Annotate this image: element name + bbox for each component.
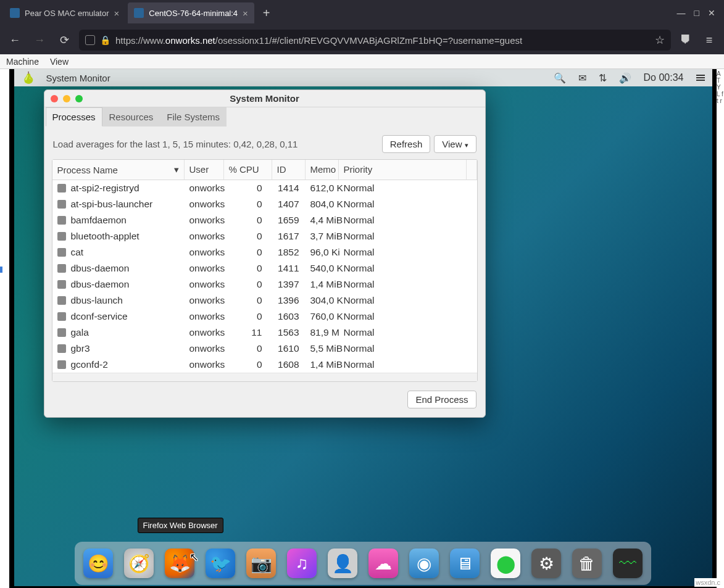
menu-view[interactable]: View bbox=[50, 57, 69, 67]
cell-cpu: 11 bbox=[224, 325, 272, 341]
lock-icon[interactable]: 🔒 bbox=[100, 35, 110, 45]
table-row[interactable]: bluetooth-appletonworks016173,7 MiBNorma… bbox=[52, 228, 477, 244]
pear-logo-icon[interactable]: 🍐 bbox=[22, 71, 35, 85]
col-id[interactable]: ID bbox=[272, 160, 306, 180]
process-icon bbox=[57, 296, 66, 305]
cell-user: onworks bbox=[185, 276, 224, 292]
refresh-button[interactable]: Refresh bbox=[382, 135, 431, 153]
new-tab-button[interactable]: + bbox=[257, 4, 277, 23]
dock-thunderbird[interactable]: 🐦 bbox=[206, 549, 235, 578]
table-row[interactable]: catonworks0185296,0 KiNormal bbox=[52, 244, 477, 260]
tab-strip: Pear OS MAC emulator × CentOS-76-64-mini… bbox=[0, 0, 724, 26]
forward-button[interactable]: → bbox=[30, 30, 49, 50]
cell-cpu: 0 bbox=[224, 244, 272, 260]
cell-cpu: 0 bbox=[224, 260, 272, 276]
cell-memory: 81,9 M bbox=[306, 325, 339, 341]
table-row[interactable]: galaonworks11156381,9 MNormal bbox=[52, 325, 477, 341]
tab-filesystems[interactable]: File Systems bbox=[160, 107, 227, 126]
sort-chevron-icon: ▾ bbox=[174, 164, 179, 175]
cell-memory: 96,0 Ki bbox=[306, 244, 339, 260]
process-name: gconfd-2 bbox=[71, 359, 108, 370]
menu-machine[interactable]: Machine bbox=[6, 57, 39, 67]
minimize-button[interactable]: — bbox=[677, 8, 686, 18]
view-dropdown[interactable]: View▾ bbox=[434, 135, 476, 153]
cell-priority: Normal bbox=[339, 292, 477, 308]
dock-cydia[interactable]: ◉ bbox=[409, 549, 439, 578]
tab-processes[interactable]: Processes bbox=[46, 107, 102, 126]
horizontal-scrollbar[interactable] bbox=[52, 373, 477, 381]
process-icon bbox=[57, 216, 66, 225]
menu-list-icon[interactable] bbox=[696, 75, 705, 81]
process-icon bbox=[57, 184, 66, 193]
browser-tab-2[interactable]: CentOS-76-64-minimal:4 × bbox=[128, 2, 254, 23]
close-button[interactable]: ✕ bbox=[708, 8, 715, 18]
hamburger-menu-icon[interactable]: ≡ bbox=[699, 30, 719, 50]
process-icon bbox=[57, 312, 66, 321]
reload-button[interactable]: ⟳ bbox=[54, 30, 74, 50]
scroll-marker bbox=[0, 267, 2, 273]
dock-display[interactable]: 🖥 bbox=[450, 549, 480, 578]
zoom-window-button[interactable] bbox=[75, 95, 83, 102]
table-row[interactable]: at-spi-bus-launcheronworks01407804,0 KNo… bbox=[52, 196, 477, 212]
dock-safari[interactable]: 🧭 bbox=[124, 549, 154, 578]
col-priority[interactable]: Priority bbox=[339, 160, 466, 180]
cell-memory: 304,0 K bbox=[306, 292, 339, 308]
url-bar[interactable]: 🔒 https://www.onworks.net/osessionx11/#/… bbox=[79, 30, 671, 51]
col-cpu[interactable]: % CPU bbox=[224, 160, 272, 180]
browser-tab-1[interactable]: Pear OS MAC emulator × bbox=[4, 2, 125, 23]
shield-icon[interactable] bbox=[85, 35, 95, 45]
end-process-button[interactable]: End Process bbox=[407, 391, 476, 408]
table-row[interactable]: gconfd-2onworks016081,4 MiBNormal bbox=[52, 357, 477, 373]
tab-close-icon[interactable]: × bbox=[243, 8, 248, 19]
close-window-button[interactable] bbox=[51, 95, 58, 102]
col-process-name[interactable]: Process Name▾ bbox=[52, 160, 185, 180]
process-name: dconf-service bbox=[71, 311, 128, 322]
table-row[interactable]: at-spi2-registrydonworks01414612,0 KNorm… bbox=[52, 180, 477, 196]
cell-priority: Normal bbox=[339, 244, 477, 260]
cell-user: onworks bbox=[185, 180, 224, 196]
cell-id: 1411 bbox=[272, 260, 306, 276]
table-row[interactable]: bamfdaemononworks016594,4 MiBNormal bbox=[52, 212, 477, 228]
dock-toggle[interactable]: ⬤ bbox=[491, 549, 520, 578]
dock-itunes[interactable]: ♫ bbox=[287, 549, 317, 578]
pocket-icon[interactable]: ⛊ bbox=[676, 30, 696, 50]
chevron-down-icon: ▾ bbox=[465, 141, 468, 149]
col-memory[interactable]: Memo bbox=[306, 160, 339, 180]
dock-screenshot[interactable]: 📷 bbox=[246, 549, 276, 578]
table-row[interactable]: dbus-launchonworks01396304,0 KNormal bbox=[52, 292, 477, 308]
network-icon[interactable]: ⇅ bbox=[599, 72, 607, 84]
active-app-name[interactable]: System Monitor bbox=[46, 73, 110, 83]
search-icon[interactable]: 🔍 bbox=[554, 72, 566, 84]
clock-text[interactable]: Do 00:34 bbox=[644, 72, 684, 83]
dock-system-monitor[interactable]: 〰 bbox=[613, 549, 643, 578]
table-row[interactable]: dbus-daemononworks013971,4 MiBNormal bbox=[52, 276, 477, 292]
table-row[interactable]: gbr3onworks016105,5 MiBNormal bbox=[52, 341, 477, 357]
dock-settings[interactable]: ⚙ bbox=[531, 549, 561, 578]
back-button[interactable]: ← bbox=[5, 30, 25, 50]
dock-finder[interactable]: 😊 bbox=[83, 549, 113, 578]
window-titlebar[interactable]: System Monitor bbox=[44, 90, 485, 107]
table-header: Process Name▾ User % CPU ID Memo Priorit… bbox=[52, 160, 477, 180]
volume-icon[interactable]: 🔊 bbox=[619, 72, 631, 84]
cell-cpu: 0 bbox=[224, 357, 272, 373]
vm-desktop[interactable]: 🍐 System Monitor 🔍 ✉ ⇅ 🔊 Do 00:34 System… bbox=[14, 69, 712, 586]
system-monitor-window[interactable]: System Monitor Processes Resources File … bbox=[44, 89, 486, 418]
mail-icon[interactable]: ✉ bbox=[578, 72, 586, 84]
dock-contacts[interactable]: 👤 bbox=[328, 549, 357, 578]
mouse-cursor-icon: ↖ bbox=[189, 550, 199, 564]
scrollbar-track[interactable] bbox=[466, 160, 477, 180]
process-icon bbox=[57, 232, 66, 241]
tab-close-icon[interactable]: × bbox=[114, 8, 120, 19]
table-row[interactable]: dconf-serviceonworks01603760,0 KNormal bbox=[52, 308, 477, 325]
dock-cloud[interactable]: ☁ bbox=[368, 549, 398, 578]
cell-memory: 760,0 K bbox=[306, 308, 339, 325]
dock-trash[interactable]: 🗑 bbox=[572, 549, 602, 578]
process-name: gbr3 bbox=[71, 343, 90, 354]
maximize-button[interactable]: □ bbox=[694, 8, 699, 18]
tab-resources[interactable]: Resources bbox=[102, 107, 160, 126]
col-user[interactable]: User bbox=[185, 160, 224, 180]
bookmark-star-icon[interactable]: ☆ bbox=[655, 33, 665, 47]
table-row[interactable]: dbus-daemononworks01411540,0 KNormal bbox=[52, 260, 477, 276]
dock-tooltip: Firefox Web Browser bbox=[138, 518, 223, 533]
minimize-window-button[interactable] bbox=[63, 95, 70, 102]
